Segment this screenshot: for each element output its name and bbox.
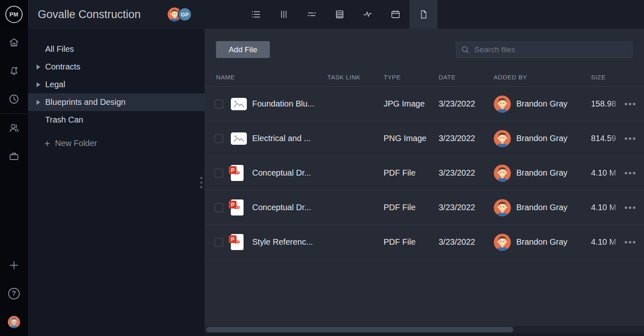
plus-icon — [8, 260, 20, 271]
nav-home[interactable] — [0, 37, 28, 48]
chevron-right-icon[interactable] — [37, 82, 40, 87]
app-logo[interactable]: PM — [0, 0, 28, 29]
top-bar: PM Govalle Construction GP — [0, 0, 644, 29]
sheet-icon — [334, 9, 345, 20]
board-icon — [278, 9, 289, 20]
pdf-file-icon: P — [231, 165, 244, 181]
file-name[interactable]: Conceptual Dr... — [252, 168, 327, 178]
tab-board-view[interactable] — [270, 0, 298, 29]
col-header-date[interactable]: DATE — [439, 74, 494, 81]
type-cell: PNG Image — [384, 134, 439, 143]
member-badge[interactable]: GP — [178, 7, 192, 21]
image-file-icon — [231, 98, 247, 110]
search-box[interactable] — [456, 42, 632, 58]
added-by-cell: Brandon Gray — [494, 165, 591, 182]
file-name[interactable]: Electrical and ... — [252, 134, 327, 143]
plus-icon: + — [44, 139, 50, 148]
table-row[interactable]: P Style Referenc... PDF File 3/23/2022 B… — [205, 225, 644, 260]
pdf-badge: P — [229, 201, 237, 209]
pdf-file-icon: P — [231, 199, 244, 216]
folder-label: Legal — [45, 80, 65, 89]
row-checkbox[interactable] — [214, 238, 223, 247]
view-tabs — [242, 0, 437, 29]
table-row[interactable]: Electrical and ... PNG Image 3/23/2022 B… — [205, 121, 644, 156]
project-members[interactable]: GP — [168, 7, 192, 21]
user-name: Brandon Gray — [516, 203, 568, 212]
list-icon — [251, 9, 261, 20]
team-icon — [8, 122, 20, 134]
row-menu-button[interactable] — [624, 239, 636, 246]
nav-add[interactable] — [0, 260, 28, 271]
col-header-task-link[interactable]: TASK LINK — [327, 74, 384, 81]
type-cell: JPG Image — [384, 99, 439, 109]
chevron-right-icon[interactable] — [37, 100, 40, 105]
pdf-badge: P — [229, 166, 237, 174]
type-cell: PDF File — [384, 168, 439, 178]
user-avatar — [494, 165, 511, 182]
folder-contracts[interactable]: Contracts — [28, 58, 205, 76]
home-icon — [8, 37, 20, 48]
row-menu-button[interactable] — [624, 135, 636, 142]
row-menu-button[interactable] — [624, 204, 636, 211]
pdf-file-icon: P — [231, 234, 244, 250]
nav-profile[interactable] — [0, 316, 28, 328]
col-header-size[interactable]: SIZE — [591, 74, 644, 81]
user-name: Brandon Gray — [516, 237, 568, 247]
row-menu-button[interactable] — [624, 100, 636, 108]
tab-activity-view[interactable] — [354, 0, 382, 29]
row-checkbox[interactable] — [214, 134, 223, 143]
size-cell: 4.10 M — [591, 203, 624, 212]
folder-label: All Files — [45, 44, 74, 54]
table-header: NAME TASK LINK TYPE DATE ADDED BY SIZE — [205, 68, 644, 87]
bottom-edge — [205, 333, 644, 336]
nav-team[interactable] — [0, 122, 28, 134]
tab-files-view[interactable] — [409, 0, 437, 29]
sidebar-resize-handle[interactable] — [199, 177, 204, 188]
pm-logo-icon: PM — [5, 6, 23, 23]
file-name[interactable]: Conceptual Dr... — [252, 203, 327, 212]
row-checkbox[interactable] — [214, 169, 223, 178]
row-checkbox[interactable] — [214, 203, 223, 212]
folder-label: Blueprints and Design — [45, 97, 126, 107]
tab-sheet-view[interactable] — [326, 0, 354, 29]
tab-calendar-view[interactable] — [382, 0, 409, 29]
horizontal-scrollbar-thumb[interactable] — [206, 327, 513, 332]
folder-blueprints-and-design[interactable]: Blueprints and Design — [28, 93, 205, 111]
new-folder-button[interactable]: + New Folder — [28, 134, 205, 152]
new-folder-label: New Folder — [55, 139, 97, 148]
size-cell: 814.59 — [591, 134, 624, 143]
search-input[interactable] — [474, 45, 627, 54]
nav-notifications[interactable] — [0, 65, 28, 76]
activity-icon — [362, 9, 373, 20]
page-title: Govalle Construction — [38, 0, 141, 29]
nav-rail: ? — [0, 29, 28, 336]
horizontal-scrollbar-track[interactable] — [205, 326, 644, 333]
col-header-type[interactable]: TYPE — [384, 74, 439, 81]
row-menu-button[interactable] — [624, 169, 636, 177]
col-header-added-by[interactable]: ADDED BY — [494, 74, 591, 81]
date-cell: 3/23/2022 — [439, 237, 494, 247]
table-row[interactable]: P Conceptual Dr... PDF File 3/23/2022 Br… — [205, 190, 644, 225]
chevron-right-icon[interactable] — [37, 65, 40, 70]
nav-portfolio[interactable] — [0, 151, 28, 162]
bell-icon — [8, 65, 20, 76]
type-cell: PDF File — [384, 203, 439, 212]
nav-recent[interactable] — [0, 93, 28, 105]
table-row[interactable]: Foundation Blu... JPG Image 3/23/2022 Br… — [205, 87, 644, 121]
folder-legal[interactable]: Legal — [28, 76, 205, 93]
row-checkbox[interactable] — [214, 100, 223, 109]
file-name[interactable]: Foundation Blu... — [252, 99, 327, 109]
folder-all-files[interactable]: All Files — [28, 40, 205, 58]
tab-list-view[interactable] — [242, 0, 270, 29]
table-row[interactable]: P Conceptual Dr... PDF File 3/23/2022 Br… — [205, 156, 644, 190]
col-header-name[interactable]: NAME — [216, 74, 327, 81]
nav-help[interactable]: ? — [0, 288, 28, 299]
date-cell: 3/23/2022 — [439, 134, 494, 143]
tab-gantt-view[interactable] — [298, 0, 326, 29]
folder-label: Trash Can — [45, 115, 83, 125]
folder-trash-can[interactable]: Trash Can — [28, 111, 205, 129]
file-name[interactable]: Style Referenc... — [252, 237, 327, 247]
type-cell: PDF File — [384, 237, 439, 247]
date-cell: 3/23/2022 — [439, 99, 494, 109]
add-file-button[interactable]: Add File — [216, 41, 270, 58]
